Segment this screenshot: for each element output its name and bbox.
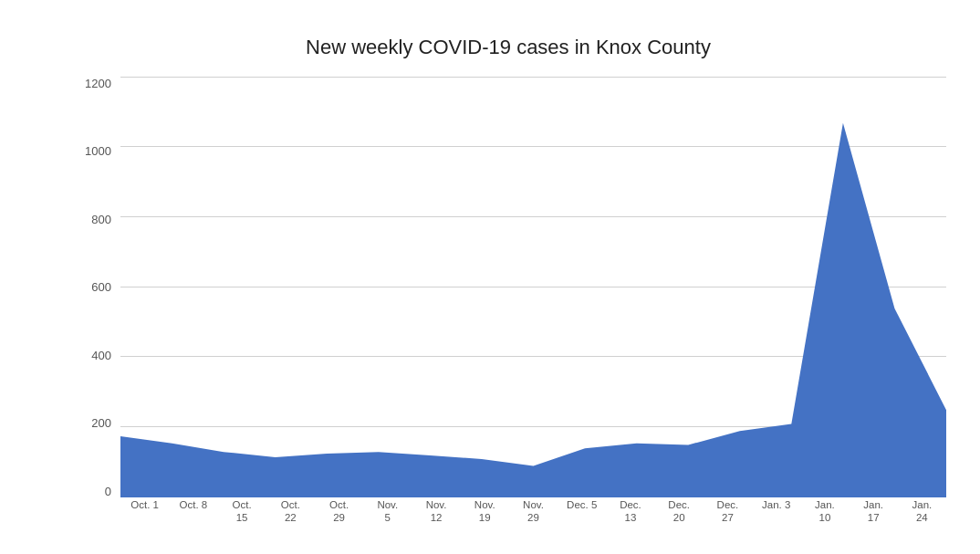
- x-label-jan24: Jan.24: [898, 499, 946, 525]
- x-label-jan3: Jan. 3: [752, 499, 800, 512]
- x-axis: Oct. 1 Oct. 8 Oct.15 Oct.22 Oct.29 Nov.5…: [120, 499, 946, 525]
- area-fill: [120, 122, 946, 497]
- x-label-jan17: Jan.17: [850, 499, 898, 525]
- chart-container: New weekly COVID-19 cases in Knox County…: [16, 17, 964, 538]
- x-label-nov29: Nov.29: [509, 499, 558, 525]
- x-label-oct22: Oct.22: [266, 499, 315, 525]
- x-label-nov19: Nov.19: [461, 499, 509, 525]
- x-label-oct1: Oct. 1: [120, 499, 169, 512]
- y-label-400: 400: [70, 350, 111, 361]
- y-label-1200: 1200: [70, 78, 111, 89]
- y-label-600: 600: [70, 281, 111, 293]
- x-label-oct29: Oct.29: [315, 499, 363, 525]
- y-label-1000: 1000: [70, 145, 111, 157]
- x-label-dec5: Dec. 5: [558, 499, 606, 512]
- y-label-200: 200: [70, 417, 111, 429]
- x-label-nov12: Nov.12: [412, 499, 460, 525]
- x-label-oct15: Oct.15: [217, 499, 266, 525]
- x-label-dec20: Dec.20: [655, 499, 704, 525]
- x-label-jan10: Jan.10: [800, 499, 849, 525]
- x-label-dec13: Dec.13: [606, 499, 654, 525]
- area-chart-svg: [120, 78, 946, 497]
- y-axis: 0 200 400 600 800 1000 1200: [70, 78, 111, 497]
- chart-inner: [120, 78, 946, 497]
- y-label-0: 0: [70, 486, 111, 497]
- chart-title: New weekly COVID-19 cases in Knox County: [70, 36, 946, 59]
- y-label-800: 800: [70, 214, 111, 225]
- chart-area: 0 200 400 600 800 1000 1200: [70, 78, 946, 497]
- x-label-oct8: Oct. 8: [169, 499, 217, 512]
- x-label-dec27: Dec.27: [704, 499, 752, 525]
- x-label-nov5: Nov.5: [363, 499, 412, 525]
